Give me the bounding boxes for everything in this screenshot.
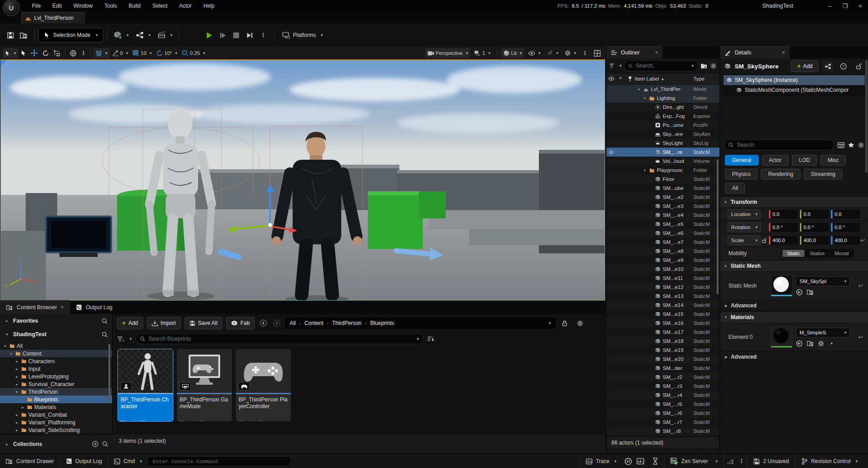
- reset-property-icon[interactable]: ↩: [856, 334, 865, 340]
- expander-icon[interactable]: ▸: [20, 405, 25, 410]
- outliner-search-box[interactable]: ▾: [624, 60, 698, 71]
- tree-item-variant_sidescrolling[interactable]: ▸Variant_SideScrolling: [0, 426, 112, 434]
- scale-snap-dropdown[interactable]: 0.25▾: [180, 48, 208, 58]
- outliner-search-input[interactable]: [635, 62, 687, 69]
- visibility-eye-icon[interactable]: [606, 150, 616, 154]
- new-folder-icon[interactable]: [701, 63, 708, 69]
- category-chip-all[interactable]: All: [725, 183, 745, 194]
- select-mode-dropdown[interactable]: ▾: [3, 48, 18, 58]
- outliner-column-header[interactable]: * Item Label▲ Type: [606, 73, 719, 85]
- blueprints-icon[interactable]: [133, 28, 147, 42]
- tree-item-all[interactable]: ▾All: [0, 342, 112, 350]
- material-asset-dropdown[interactable]: M_SimpleS▾: [796, 328, 850, 338]
- viewport-settings-gear[interactable]: ▾: [562, 48, 579, 58]
- browse-to-asset-icon[interactable]: [807, 340, 814, 346]
- filter-icon[interactable]: [117, 336, 124, 342]
- content-drawer-button[interactable]: Content Drawer: [0, 454, 60, 468]
- outliner-row[interactable]: Po...umePostPr: [606, 121, 719, 130]
- reset-property-icon[interactable]: ↩: [856, 283, 865, 289]
- static-mesh-asset-dropdown[interactable]: SM_SkySpl▾: [796, 276, 850, 286]
- outliner-search-caret[interactable]: ▾: [692, 63, 694, 68]
- category-chip-misc[interactable]: Misc: [820, 155, 846, 166]
- revision-control-dropdown[interactable]: Revision Control ▾: [795, 454, 863, 468]
- close-icon[interactable]: ×: [655, 50, 658, 56]
- category-chip-lod[interactable]: LOD: [792, 155, 818, 166]
- view-mode-dropdown[interactable]: Lit▾: [501, 48, 524, 58]
- expander-icon[interactable]: ▾: [3, 344, 8, 348]
- reset-property-icon[interactable]: ↩: [860, 237, 865, 243]
- outliner-row[interactable]: ▾LightingFolder: [606, 94, 719, 103]
- expander-icon[interactable]: ▸: [14, 420, 19, 425]
- details-search-box[interactable]: [724, 140, 834, 150]
- select-tool-icon[interactable]: [18, 48, 28, 58]
- expander-icon[interactable]: ▾: [14, 390, 19, 394]
- menu-item-tools[interactable]: Tools: [99, 0, 123, 12]
- tab-details[interactable]: Details ×: [720, 46, 790, 58]
- menu-item-actor[interactable]: Actor: [173, 0, 198, 12]
- outliner-row[interactable]: ▾Lvl_ThirdPer:World: [606, 85, 719, 94]
- settings-gear-icon[interactable]: [574, 318, 586, 328]
- menu-item-edit[interactable]: Edit: [46, 0, 68, 12]
- menu-item-help[interactable]: Help: [198, 0, 221, 12]
- outliner-settings-gear-icon[interactable]: [710, 63, 717, 69]
- use-selected-asset-icon[interactable]: [796, 340, 803, 347]
- fab-button[interactable]: Fab: [226, 317, 255, 329]
- outliner-row[interactable]: SM_...e4StaticM: [606, 211, 719, 220]
- expander-icon[interactable]: ▾: [642, 96, 647, 100]
- camera-mode-dropdown[interactable]: Perspective▾: [425, 48, 470, 58]
- outliner-row[interactable]: SkyLightSkyLig: [606, 139, 719, 148]
- outliner-row[interactable]: SM...derStaticM: [606, 364, 719, 373]
- minimize-button[interactable]: –: [822, 0, 837, 11]
- derived-data-icon[interactable]: [724, 454, 736, 468]
- expander-icon[interactable]: ▸: [14, 382, 19, 387]
- asset-tile-gamemode[interactable]: BP_ThirdPerson GameModeBlueprint Class: [177, 349, 232, 421]
- outliner-row[interactable]: Vol...loudVolume: [606, 157, 719, 166]
- breadcrumb-item-all[interactable]: All: [290, 320, 296, 326]
- location-z-field[interactable]: 0.0: [831, 210, 860, 219]
- component-row-child[interactable]: StaticMeshComponent (StaticMeshCompor: [723, 85, 865, 95]
- save-icon[interactable]: [4, 28, 17, 42]
- close-icon[interactable]: ×: [60, 304, 63, 310]
- outliner-row[interactable]: SM...e12StaticM: [606, 283, 719, 292]
- static-mesh-thumbnail[interactable]: [771, 275, 792, 297]
- search-collections-icon[interactable]: [102, 441, 108, 447]
- save-all-button[interactable]: Save All: [185, 317, 222, 329]
- outliner-row[interactable]: SM_...r3StaticM: [606, 382, 719, 391]
- cinematics-caret[interactable]: ▾: [170, 33, 172, 37]
- stop-button[interactable]: [230, 28, 243, 42]
- rotation-x-field[interactable]: 0.0 °: [769, 223, 798, 232]
- asset-tile-character[interactable]: BP_ThirdPerson CharacterBlueprint Class: [118, 349, 173, 421]
- menu-item-build[interactable]: Build: [123, 0, 147, 12]
- viewport-kebab[interactable]: ⋮: [580, 48, 590, 58]
- blueprints-caret[interactable]: ▾: [149, 33, 151, 37]
- zen-server-dropdown[interactable]: Zen Server ▾: [665, 454, 723, 468]
- path-dropdown-caret[interactable]: ▾: [549, 321, 551, 325]
- transform-section-header[interactable]: ▼Transform: [720, 196, 868, 208]
- tree-item-content[interactable]: ▾Content: [0, 350, 112, 357]
- category-chip-physics[interactable]: Physics: [725, 169, 758, 180]
- rotation-snap-dropdown[interactable]: 10°▾: [154, 48, 180, 58]
- expander-icon[interactable]: ▸: [14, 359, 19, 364]
- expander-icon[interactable]: ▾: [637, 87, 641, 91]
- mobility-option-statior[interactable]: Statior: [805, 250, 829, 257]
- close-button[interactable]: ×: [853, 0, 868, 11]
- outliner-row[interactable]: FloorStaticM: [606, 175, 719, 184]
- details-settings-gear-icon[interactable]: [858, 142, 864, 148]
- outliner-row[interactable]: SM_...r5StaticM: [606, 400, 719, 409]
- visibility-column-eye-icon[interactable]: [606, 76, 616, 81]
- rotation-dropdown[interactable]: Rotation▾: [728, 222, 761, 232]
- menu-item-file[interactable]: File: [26, 0, 46, 12]
- close-icon[interactable]: ×: [782, 50, 785, 56]
- restore-button[interactable]: ❐: [837, 0, 853, 11]
- expander-icon[interactable]: ▸: [14, 374, 19, 379]
- console-command-input[interactable]: [152, 458, 287, 465]
- outliner-row[interactable]: SM...ubeStaticM: [606, 184, 719, 193]
- advance-button[interactable]: [243, 28, 257, 42]
- category-chip-rendering[interactable]: Rendering: [761, 169, 800, 180]
- outliner-row[interactable]: SM_...r2StaticM: [606, 373, 719, 382]
- surface-snap-dropdown[interactable]: 0▾: [110, 48, 131, 58]
- display-settings-icon[interactable]: [837, 142, 845, 148]
- details-scrollbar[interactable]: [865, 60, 868, 173]
- convert-to-blueprint-icon[interactable]: [822, 61, 834, 72]
- outliner-row[interactable]: SM...e20StaticM: [606, 355, 719, 364]
